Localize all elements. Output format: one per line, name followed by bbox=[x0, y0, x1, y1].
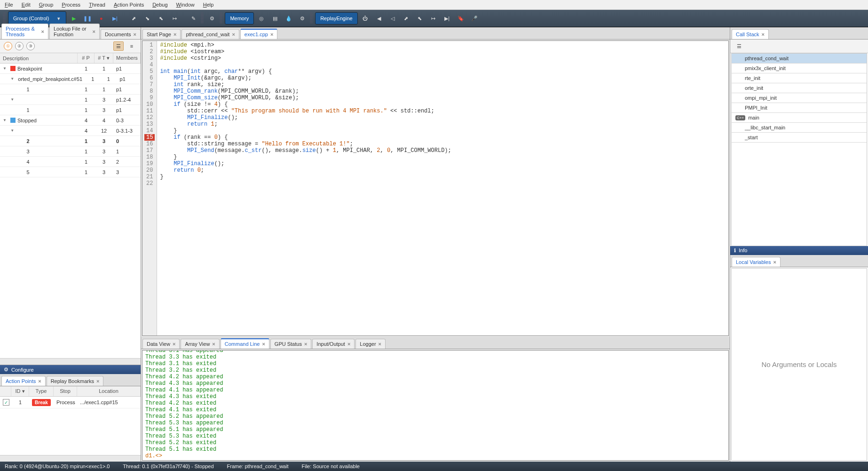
expand-icon[interactable]: ▼ bbox=[3, 118, 8, 122]
tree-icon[interactable]: ≡ bbox=[126, 41, 137, 51]
expand-icon[interactable]: ▼ bbox=[10, 97, 16, 102]
step-icon[interactable]: ▶| bbox=[109, 13, 121, 24]
power-icon[interactable]: ⏻ bbox=[359, 13, 371, 24]
menu-action-points[interactable]: Action Points bbox=[114, 2, 144, 8]
close-icon[interactable]: × bbox=[262, 341, 265, 347]
configure-bar[interactable]: ⚙ Configure bbox=[0, 365, 141, 374]
replay-engine-widget[interactable]: ReplayEngine bbox=[315, 12, 358, 24]
code-editor[interactable]: 12345678910111213141516171819202122 #inc… bbox=[142, 40, 729, 336]
close-icon[interactable]: × bbox=[347, 341, 350, 347]
target-icon[interactable]: ◎ bbox=[255, 13, 268, 24]
step-over-icon[interactable]: ⬊ bbox=[141, 13, 153, 24]
tab-gpu-status[interactable]: GPU Status× bbox=[270, 339, 312, 349]
menu-thread[interactable]: Thread bbox=[89, 2, 105, 8]
step-into-icon[interactable]: ⬈ bbox=[127, 13, 140, 24]
run-to-icon[interactable]: ↦ bbox=[168, 13, 181, 24]
close-icon[interactable]: × bbox=[762, 32, 765, 37]
expand-icon[interactable]: ▼ bbox=[10, 128, 16, 133]
menu-window[interactable]: Window bbox=[176, 2, 195, 8]
close-icon[interactable]: × bbox=[174, 32, 176, 37]
menu-file[interactable]: File bbox=[5, 2, 13, 8]
close-icon[interactable]: × bbox=[270, 32, 273, 37]
menu-debug[interactable]: Debug bbox=[152, 2, 167, 8]
close-icon[interactable]: × bbox=[773, 259, 776, 265]
replay-out-icon[interactable]: ⬈ bbox=[400, 13, 412, 24]
pt-row[interactable]: 5133 bbox=[0, 167, 141, 177]
checkbox[interactable] bbox=[3, 399, 9, 406]
grip[interactable] bbox=[201, 13, 204, 24]
rewind-icon[interactable]: ◀ bbox=[373, 13, 385, 24]
grip[interactable] bbox=[310, 13, 313, 24]
menu-edit[interactable]: Edit bbox=[22, 2, 31, 8]
tab-replay-bookmarks[interactable]: Replay Bookmarks× bbox=[47, 376, 104, 386]
stack-frame[interactable]: xxorte_init bbox=[732, 83, 867, 93]
tab-start-page[interactable]: Start Page× bbox=[142, 29, 181, 39]
edit-icon[interactable]: ✎ bbox=[187, 13, 199, 24]
close-icon[interactable]: × bbox=[134, 32, 136, 37]
menu-process[interactable]: Process bbox=[62, 2, 80, 8]
grip[interactable] bbox=[220, 13, 222, 24]
settings-icon[interactable]: ⚙ bbox=[206, 13, 218, 24]
tab-pthread-cond-wait[interactable]: pthread_cond_wait× bbox=[181, 29, 239, 39]
pt-row[interactable]: ▼orted_mpir_breakpoint.c#5111p1 bbox=[0, 74, 141, 84]
sort-icon[interactable]: ▾ bbox=[107, 55, 110, 61]
view-2-icon[interactable]: ② bbox=[15, 42, 24, 50]
mic-icon[interactable]: 🎤 bbox=[468, 13, 481, 24]
pt-row[interactable]: 111p1 bbox=[0, 84, 141, 95]
tab-documents[interactable]: Documents× bbox=[101, 29, 141, 39]
close-icon[interactable]: × bbox=[304, 341, 307, 347]
pt-row[interactable]: ▼13p1.2-4 bbox=[0, 95, 141, 105]
tab-call-stack[interactable]: Call Stack× bbox=[732, 29, 769, 39]
tab-exec1-cpp[interactable]: exec1.cpp× bbox=[240, 29, 278, 39]
close-icon[interactable]: × bbox=[212, 341, 215, 347]
tab-array-view[interactable]: Array View× bbox=[181, 339, 219, 349]
pt-row[interactable]: 4132 bbox=[0, 157, 141, 167]
action-point-row[interactable]: 1 Break Process .../exec1.cpp#15 bbox=[0, 397, 141, 408]
tab-local-variables[interactable]: Local Variables× bbox=[732, 257, 781, 267]
stack-frame[interactable]: xxpthread_cond_wait bbox=[732, 54, 867, 64]
expand-icon[interactable]: ▼ bbox=[3, 66, 8, 71]
pt-row[interactable]: 3131 bbox=[0, 146, 141, 157]
step-out-icon[interactable]: ⬉ bbox=[155, 13, 167, 24]
close-icon[interactable]: × bbox=[232, 32, 235, 37]
layers-icon[interactable]: ▤ bbox=[269, 13, 281, 24]
close-icon[interactable]: × bbox=[38, 378, 41, 384]
stack-frame[interactable]: C++main bbox=[732, 113, 867, 123]
tab-data-view[interactable]: Data View× bbox=[142, 339, 180, 349]
bookmark-icon[interactable]: 🔖 bbox=[455, 13, 467, 24]
pt-row[interactable]: ▼4120-3.1-3 bbox=[0, 126, 141, 136]
close-icon[interactable]: × bbox=[96, 378, 99, 384]
tab-processes-threads[interactable]: Processes & Threads× bbox=[1, 24, 48, 39]
view-3-icon[interactable]: ③ bbox=[26, 42, 35, 50]
scrollbar[interactable] bbox=[0, 455, 141, 462]
pt-row[interactable]: ▼ Stopped440-3 bbox=[0, 115, 141, 126]
pause-icon[interactable]: ❚❚ bbox=[81, 13, 94, 24]
expand-icon[interactable]: ▼ bbox=[10, 77, 16, 81]
stack-frame[interactable]: xx_start bbox=[732, 133, 867, 143]
stack-frame[interactable]: xxpmix3x_client_init bbox=[732, 64, 867, 73]
close-icon[interactable]: × bbox=[92, 29, 95, 34]
console-output[interactable]: Thread 2.2 has exitedThread 2.1 has exit… bbox=[142, 350, 729, 461]
replay-in-icon[interactable]: ⬉ bbox=[414, 13, 426, 24]
sort-icon[interactable]: ▾ bbox=[22, 388, 25, 394]
tab-lookup[interactable]: Lookup File or Function× bbox=[49, 24, 100, 39]
close-icon[interactable]: × bbox=[379, 341, 381, 347]
close-icon[interactable]: × bbox=[173, 341, 175, 347]
menu-group[interactable]: Group bbox=[39, 2, 54, 8]
stack-frame[interactable]: xxompi_mpi_init bbox=[732, 93, 867, 103]
play-icon[interactable]: ▶ bbox=[68, 13, 80, 24]
menu-help[interactable]: Help bbox=[203, 2, 214, 8]
filter-icon[interactable]: ☰ bbox=[734, 41, 744, 51]
close-icon[interactable]: × bbox=[41, 29, 44, 34]
stack-frame[interactable]: xx__libc_start_main bbox=[732, 123, 867, 133]
group-dropdown-icon[interactable]: ▾ bbox=[53, 13, 65, 24]
tab-logger[interactable]: Logger× bbox=[355, 339, 386, 349]
list-icon[interactable]: ☰ bbox=[113, 41, 124, 51]
gear2-icon[interactable]: ⚙ bbox=[296, 13, 308, 24]
pt-row[interactable]: 2130 bbox=[0, 136, 141, 146]
grip[interactable] bbox=[3, 13, 6, 24]
back-icon[interactable]: ◁ bbox=[387, 13, 399, 24]
skip-end-icon[interactable]: ▶| bbox=[441, 13, 453, 24]
pt-row[interactable]: ▼ Breakpoint11p1 bbox=[0, 64, 141, 74]
memory-widget[interactable]: Memory bbox=[225, 12, 254, 24]
